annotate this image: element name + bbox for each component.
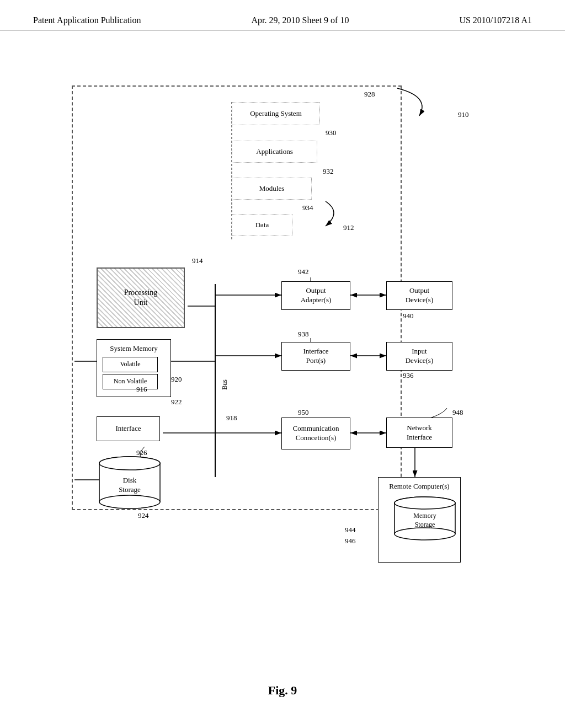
bus-label: Bus <box>221 379 229 390</box>
label-924: 924 <box>138 511 149 520</box>
svg-point-22 <box>99 457 160 470</box>
disk-storage-cylinder: Disk Storage <box>97 455 163 510</box>
modules-box: Modules <box>232 178 312 200</box>
interface-box: Interface <box>97 416 160 441</box>
data-box: Data <box>232 214 292 236</box>
label-926: 926 <box>136 448 147 457</box>
label-922: 922 <box>171 398 182 406</box>
label-948: 948 <box>452 408 463 417</box>
label-918: 918 <box>226 414 237 422</box>
processing-unit-box: Processing Unit <box>97 267 185 328</box>
label-912: 912 <box>343 223 354 232</box>
applications-box: Applications <box>232 141 317 163</box>
memory-storage-cylinder: Memory Storage <box>392 496 458 543</box>
output-adapter-box: Output Adapter(s) <box>281 281 350 310</box>
svg-point-26 <box>395 497 455 509</box>
non-volatile-box: Non Volatile <box>103 374 158 389</box>
label-930: 930 <box>326 129 337 137</box>
network-interface-box: Network Interface <box>386 417 452 448</box>
volatile-box: Volatile <box>103 357 158 372</box>
label-944: 944 <box>345 526 356 534</box>
header-right: US 2010/107218 A1 <box>459 15 532 25</box>
header-left: Patent Application Publication <box>33 15 141 25</box>
label-936: 936 <box>403 371 414 380</box>
label-914: 914 <box>192 256 203 265</box>
header-center: Apr. 29, 2010 Sheet 9 of 10 <box>252 15 349 25</box>
label-940: 940 <box>403 312 414 320</box>
label-910: 910 <box>458 110 469 119</box>
svg-point-21 <box>99 495 160 508</box>
label-946: 946 <box>345 537 356 545</box>
page-header: Patent Application Publication Apr. 29, … <box>0 0 565 30</box>
output-device-box: Output Device(s) <box>386 281 452 310</box>
label-950: 950 <box>298 408 309 417</box>
label-920: 920 <box>171 375 182 384</box>
svg-point-25 <box>395 528 455 540</box>
label-932: 932 <box>323 167 334 176</box>
input-device-box: Input Device(s) <box>386 342 452 371</box>
interface-port-box: Interface Port(s) <box>281 342 350 371</box>
figure-caption: Fig. 9 <box>0 683 565 698</box>
label-934: 934 <box>302 204 313 212</box>
remote-computer-box: Remote Computer(s) Memory Storage <box>378 477 461 563</box>
label-916: 916 <box>136 385 147 394</box>
label-928: 928 <box>364 90 375 99</box>
operating-system-box: Operating System <box>232 102 320 125</box>
label-938: 938 <box>298 330 309 339</box>
communication-box: Communication Conncetion(s) <box>281 417 350 449</box>
label-942: 942 <box>298 267 309 276</box>
diagram: Operating System Applications Modules Da… <box>0 30 565 637</box>
system-memory-box: System Memory Volatile Non Volatile <box>97 339 171 397</box>
